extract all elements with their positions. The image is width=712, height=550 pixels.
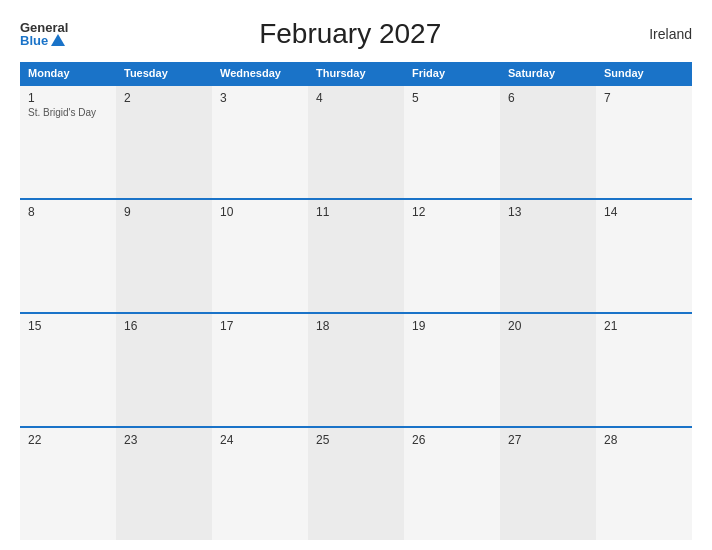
day-number: 27	[508, 433, 588, 447]
day-number: 23	[124, 433, 204, 447]
day-number: 2	[124, 91, 204, 105]
calendar-cell-25: 25	[308, 428, 404, 540]
day-number: 28	[604, 433, 684, 447]
calendar-week-3: 15161718192021	[20, 312, 692, 426]
logo: General Blue	[20, 21, 68, 47]
logo-triangle-icon	[51, 34, 65, 46]
calendar-cell-26: 26	[404, 428, 500, 540]
day-number: 6	[508, 91, 588, 105]
day-number: 20	[508, 319, 588, 333]
day-number: 16	[124, 319, 204, 333]
day-number: 8	[28, 205, 108, 219]
calendar-cell-22: 22	[20, 428, 116, 540]
day-number: 17	[220, 319, 300, 333]
calendar-cell-7: 7	[596, 86, 692, 198]
calendar-body: 1St. Brigid's Day23456789101112131415161…	[20, 84, 692, 540]
calendar-cell-8: 8	[20, 200, 116, 312]
calendar-title: February 2027	[68, 18, 632, 50]
page: General Blue February 2027 Ireland Monda…	[0, 0, 712, 550]
calendar-cell-11: 11	[308, 200, 404, 312]
calendar: Monday Tuesday Wednesday Thursday Friday…	[20, 62, 692, 540]
day-number: 25	[316, 433, 396, 447]
day-number: 24	[220, 433, 300, 447]
calendar-cell-12: 12	[404, 200, 500, 312]
calendar-cell-13: 13	[500, 200, 596, 312]
calendar-header: Monday Tuesday Wednesday Thursday Friday…	[20, 62, 692, 84]
calendar-cell-21: 21	[596, 314, 692, 426]
day-number: 4	[316, 91, 396, 105]
calendar-cell-28: 28	[596, 428, 692, 540]
calendar-cell-27: 27	[500, 428, 596, 540]
calendar-week-1: 1St. Brigid's Day234567	[20, 84, 692, 198]
calendar-cell-6: 6	[500, 86, 596, 198]
calendar-cell-15: 15	[20, 314, 116, 426]
calendar-cell-2: 2	[116, 86, 212, 198]
calendar-week-4: 22232425262728	[20, 426, 692, 540]
weekday-tuesday: Tuesday	[116, 62, 212, 84]
day-number: 7	[604, 91, 684, 105]
calendar-cell-17: 17	[212, 314, 308, 426]
weekday-saturday: Saturday	[500, 62, 596, 84]
calendar-cell-20: 20	[500, 314, 596, 426]
day-number: 26	[412, 433, 492, 447]
calendar-cell-1: 1St. Brigid's Day	[20, 86, 116, 198]
day-number: 19	[412, 319, 492, 333]
calendar-cell-18: 18	[308, 314, 404, 426]
day-event: St. Brigid's Day	[28, 107, 108, 118]
day-number: 11	[316, 205, 396, 219]
day-number: 22	[28, 433, 108, 447]
weekday-sunday: Sunday	[596, 62, 692, 84]
weekday-friday: Friday	[404, 62, 500, 84]
calendar-cell-24: 24	[212, 428, 308, 540]
calendar-cell-9: 9	[116, 200, 212, 312]
day-number: 12	[412, 205, 492, 219]
weekday-thursday: Thursday	[308, 62, 404, 84]
day-number: 14	[604, 205, 684, 219]
day-number: 1	[28, 91, 108, 105]
calendar-cell-3: 3	[212, 86, 308, 198]
day-number: 15	[28, 319, 108, 333]
calendar-cell-5: 5	[404, 86, 500, 198]
calendar-cell-23: 23	[116, 428, 212, 540]
day-number: 10	[220, 205, 300, 219]
calendar-cell-19: 19	[404, 314, 500, 426]
day-number: 9	[124, 205, 204, 219]
calendar-cell-14: 14	[596, 200, 692, 312]
day-number: 5	[412, 91, 492, 105]
day-number: 18	[316, 319, 396, 333]
calendar-cell-10: 10	[212, 200, 308, 312]
logo-blue-text: Blue	[20, 34, 65, 47]
calendar-week-2: 891011121314	[20, 198, 692, 312]
calendar-cell-16: 16	[116, 314, 212, 426]
header: General Blue February 2027 Ireland	[20, 18, 692, 50]
day-number: 13	[508, 205, 588, 219]
country-label: Ireland	[632, 26, 692, 42]
calendar-cell-4: 4	[308, 86, 404, 198]
day-number: 3	[220, 91, 300, 105]
weekday-wednesday: Wednesday	[212, 62, 308, 84]
day-number: 21	[604, 319, 684, 333]
weekday-monday: Monday	[20, 62, 116, 84]
